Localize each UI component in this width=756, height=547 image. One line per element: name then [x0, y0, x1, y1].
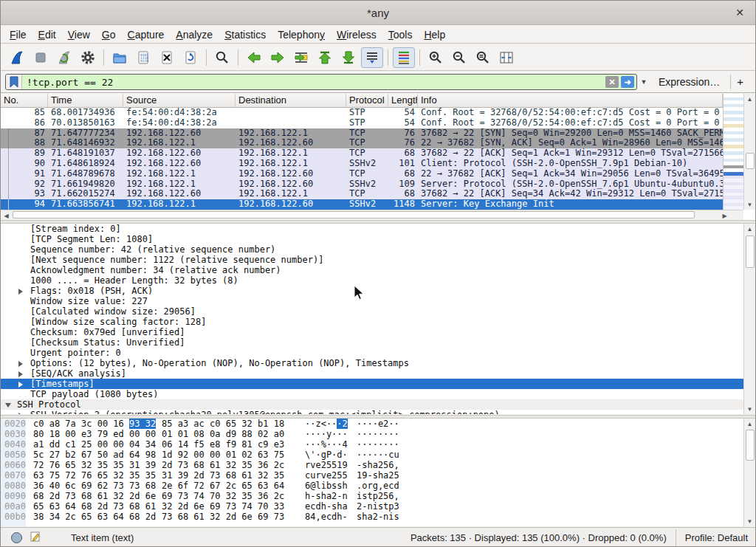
start-capture-icon[interactable] [6, 47, 28, 68]
zoom-in-icon[interactable] [425, 47, 447, 68]
filter-clear-icon[interactable]: ✕ [605, 76, 619, 88]
open-file-icon[interactable] [109, 47, 131, 68]
scroll-down-icon[interactable]: ▼ [744, 199, 755, 210]
detail-row[interactable]: SSH Version 2 (encryption:chacha20-poly1… [1, 410, 755, 414]
detail-row[interactable]: Acknowledgment number: 34 (relative ack … [1, 265, 755, 275]
last-packet-icon[interactable] [337, 47, 360, 68]
menu-view[interactable]: View [62, 27, 96, 42]
expert-info-icon[interactable] [11, 532, 22, 543]
auto-scroll-icon[interactable] [361, 47, 383, 68]
hex-row[interactable]: 00b038 34 2c 65 63 64 68 2d73 68 61 32 2… [1, 512, 755, 522]
packet-row[interactable]: 8971.648191037192.168.122.60192.168.122.… [1, 148, 723, 159]
detail-row[interactable]: [Calculated window size: 29056] [1, 306, 755, 317]
stop-capture-icon[interactable] [30, 47, 52, 68]
first-packet-icon[interactable] [314, 47, 336, 68]
scroll-down-icon[interactable]: ▼ [744, 404, 755, 414]
scroll-thumb[interactable] [746, 153, 755, 169]
menu-help[interactable]: Help [418, 27, 451, 42]
packet-row[interactable]: 9271.661949820192.168.122.1192.168.122.6… [1, 179, 723, 190]
capture-options-icon[interactable] [77, 47, 99, 68]
hex-row[interactable]: 00505c 27 b2 67 50 ad 64 981d 92 00 00 0… [1, 450, 755, 460]
detail-row[interactable]: TCP payload (1080 bytes) [1, 389, 755, 399]
scroll-up-icon[interactable]: ▲ [744, 94, 755, 104]
title-bar[interactable]: *any ✕ [1, 1, 755, 25]
filter-apply-icon[interactable]: ➜ [621, 76, 634, 88]
menu-analyze[interactable]: Analyze [170, 27, 219, 42]
column-header-info[interactable]: Info [418, 94, 723, 107]
packet-row[interactable]: 9471.663856741192.168.122.1192.168.122.6… [1, 199, 723, 210]
packet-list-header[interactable]: No.TimeSourceDestinationProtocolLengthIn… [1, 94, 723, 108]
packet-row[interactable]: 8771.647777234192.168.122.60192.168.122.… [1, 128, 723, 139]
menu-go[interactable]: Go [96, 27, 122, 42]
menu-capture[interactable]: Capture [122, 27, 171, 42]
detail-row[interactable]: [SEQ/ACK analysis] [1, 368, 755, 379]
resize-columns-icon[interactable] [495, 47, 518, 68]
collapse-arrow-icon[interactable] [5, 403, 11, 407]
filter-bookmark-button[interactable] [6, 75, 22, 89]
filter-history-dropdown-icon[interactable]: ▼ [639, 78, 648, 86]
colorize-icon[interactable] [393, 47, 415, 68]
packet-row[interactable]: 9071.648618924192.168.122.60192.168.122.… [1, 159, 723, 169]
packet-row[interactable]: 8871.648146932192.168.122.1192.168.122.6… [1, 138, 723, 148]
menu-statistics[interactable]: Statistics [219, 27, 272, 42]
packet-row[interactable]: 9371.662015274192.168.122.60192.168.122.… [1, 189, 723, 199]
close-icon[interactable]: ✕ [733, 6, 746, 19]
hex-row[interactable]: 006072 76 65 32 35 35 31 392d 73 68 61 3… [1, 460, 755, 470]
column-header-protocol[interactable]: Protocol [346, 94, 388, 107]
detail-row[interactable]: [Window size scaling factor: 128] [1, 317, 755, 327]
menu-telephony[interactable]: Telephony [272, 27, 331, 42]
find-packet-icon[interactable] [211, 47, 233, 68]
expand-arrow-icon[interactable] [18, 289, 23, 295]
packet-list-hscrollbar[interactable]: ◀ ▶ [1, 210, 743, 220]
detail-row[interactable]: SSH Protocol [1, 399, 755, 410]
save-file-icon[interactable]: 010111100110 [132, 47, 154, 68]
detail-row[interactable]: [Stream index: 0] [1, 224, 755, 234]
scroll-up-icon[interactable]: ▲ [744, 224, 755, 234]
detail-row[interactable]: Flags: 0x018 (PSH, ACK) [1, 286, 755, 296]
detail-row[interactable]: Sequence number: 42 (relative sequence n… [1, 244, 755, 255]
hex-row[interactable]: 00a065 63 64 68 2d 73 68 6132 2d 6e 69 7… [1, 501, 755, 512]
packet-row[interactable]: 9171.648789678192.168.122.1192.168.122.6… [1, 169, 723, 179]
packet-list-vscrollbar[interactable]: ▲ ▼ [743, 94, 756, 210]
scroll-right-icon[interactable]: ▶ [719, 210, 730, 221]
zoom-reset-icon[interactable] [472, 47, 494, 68]
menu-wireless[interactable]: Wireless [331, 27, 382, 42]
menu-file[interactable]: File [4, 27, 32, 42]
detail-row[interactable]: Options: (12 bytes), No-Operation (NOP),… [1, 358, 755, 368]
packet-row[interactable]: 8568.001734936fe:54:00:d4:38:2aSTP54Conf… [1, 108, 723, 118]
next-packet-icon[interactable] [267, 47, 289, 68]
column-header-source[interactable]: Source [123, 94, 236, 107]
packet-list-minimap[interactable] [723, 94, 743, 210]
menu-edit[interactable]: Edit [32, 27, 62, 42]
column-header-no[interactable]: No. [1, 94, 48, 107]
hex-row[interactable]: 007063 75 72 76 65 32 35 3531 39 2d 73 6… [1, 470, 755, 481]
packet-row[interactable]: 8670.013850163fe:54:00:d4:38:2aSTP54Conf… [1, 118, 723, 128]
previous-packet-icon[interactable] [243, 47, 265, 68]
expand-arrow-icon[interactable] [18, 382, 23, 388]
hex-row[interactable]: 0040a1 dd c1 25 00 00 04 3406 14 f5 e8 f… [1, 439, 755, 450]
detail-row[interactable]: [Next sequence number: 1122 (relative se… [1, 255, 755, 265]
column-header-time[interactable]: Time [48, 94, 123, 107]
hex-row[interactable]: 003080 18 00 e3 79 ed 00 0001 01 08 0a d… [1, 429, 755, 439]
expand-arrow-icon[interactable] [18, 413, 23, 414]
detail-row[interactable]: [TCP Segment Len: 1080] [1, 234, 755, 244]
expand-arrow-icon[interactable] [18, 371, 23, 377]
scroll-thumb[interactable] [13, 211, 695, 219]
detail-row[interactable]: Urgent pointer: 0 [1, 348, 755, 358]
detail-row[interactable]: [Timestamps] [1, 379, 755, 389]
hex-row[interactable]: 009068 2d 73 68 61 32 2d 6e69 73 74 70 3… [1, 491, 755, 501]
menu-tools[interactable]: Tools [382, 27, 419, 42]
detail-row[interactable]: 1000 .... = Header Length: 32 bytes (8) [1, 275, 755, 286]
restart-capture-icon[interactable] [53, 47, 75, 68]
scroll-thumb[interactable] [746, 430, 755, 461]
profile-button[interactable]: Profile: Default [676, 529, 755, 546]
scroll-up-icon[interactable]: ▲ [744, 419, 755, 429]
detail-row[interactable]: Window size value: 227 [1, 296, 755, 306]
add-filter-button[interactable]: + [730, 75, 749, 89]
reload-file-icon[interactable] [179, 47, 202, 68]
detail-row[interactable]: [Checksum Status: Unverified] [1, 337, 755, 348]
scroll-thumb[interactable] [746, 235, 755, 268]
hex-row[interactable]: 008036 40 6c 69 62 73 73 682e 6f 72 67 2… [1, 481, 755, 491]
scroll-down-icon[interactable]: ▼ [744, 516, 755, 526]
expand-arrow-icon[interactable] [18, 361, 23, 367]
